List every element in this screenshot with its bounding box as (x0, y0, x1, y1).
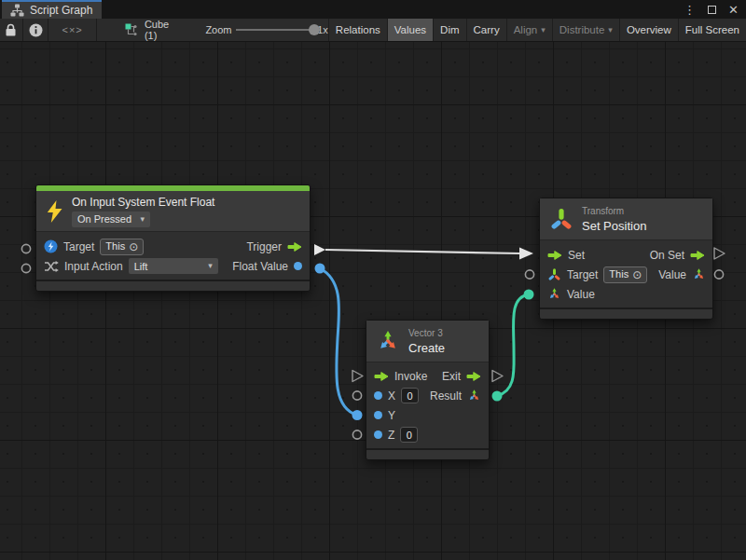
event-target-this-pill[interactable]: This⊙ (100, 239, 144, 255)
vector3-icon (376, 329, 400, 353)
setposition-set-row: Set On Set (540, 245, 712, 265)
x-label: X (388, 389, 395, 403)
input-action-dropdown[interactable]: Lift▾ (129, 258, 218, 274)
value-out-label: Value (658, 268, 686, 281)
vector3-port-icon[interactable] (692, 267, 706, 281)
object-picker-icon: ⊙ (129, 241, 138, 253)
float-port-icon[interactable] (374, 411, 382, 419)
flow-arrow-icon[interactable] (466, 371, 481, 382)
vector3-y-row: Y (366, 405, 489, 425)
z-value-field[interactable]: 0 (400, 427, 418, 443)
vector3-port-icon[interactable] (547, 287, 561, 301)
script-graph-window: Script Graph ⋮ ✕ <×> Cube (1) Zoom 1x Re (0, 0, 746, 560)
float-port-icon[interactable] (374, 430, 382, 439)
target-label: Target (567, 268, 598, 281)
align-dropdown[interactable]: Align▾ (506, 19, 552, 41)
input-action-label: Input Action (64, 260, 123, 273)
input-system-target-icon (44, 239, 58, 253)
chevron-down-icon: ▾ (140, 215, 145, 224)
flow-arrow-icon[interactable] (547, 250, 562, 261)
setposition-category: Transform (582, 206, 646, 216)
event-node-header[interactable]: On Input System Event Float On Pressed▾ (36, 191, 310, 232)
zoom-label: Zoom (205, 24, 231, 35)
vector3-node-header[interactable]: Vector 3 Create (366, 321, 489, 362)
x-value-field[interactable]: 0 (401, 388, 419, 403)
y-label: Y (388, 409, 395, 422)
exit-label: Exit (442, 370, 461, 383)
invoke-label: Invoke (394, 370, 427, 383)
zoom-slider[interactable] (236, 24, 311, 35)
trigger-label: Trigger (246, 240, 282, 253)
code-view-toggle[interactable]: <×> (48, 19, 96, 41)
setposition-target-row: Target This⊙ Value (540, 265, 712, 284)
node-on-input-system-event-float[interactable]: On Input System Event Float On Pressed▾ … (35, 184, 311, 292)
on-set-label: On Set (650, 249, 684, 262)
setposition-value-row: Value (540, 284, 712, 304)
distribute-dropdown[interactable]: Distribute▾ (552, 19, 619, 41)
setposition-target-this-pill[interactable]: This⊙ (603, 266, 647, 283)
window-controls: ⋮ ✕ (684, 0, 739, 19)
vector3-title: Create (408, 341, 445, 355)
event-target-row: Target This⊙ Trigger (36, 237, 310, 256)
info-button[interactable] (23, 19, 49, 41)
vector3-invoke-row: Invoke Exit (366, 366, 489, 386)
setposition-node-header[interactable]: Transform Set Position (540, 198, 712, 240)
node-vector3-create[interactable]: Vector 3 Create Invoke Exit X 0 Result (366, 320, 490, 460)
transform-icon (549, 207, 573, 231)
close-icon[interactable]: ✕ (728, 4, 739, 16)
float-value-label: Float Value (232, 260, 288, 273)
set-label: Set (568, 249, 585, 262)
full-screen-button[interactable]: Full Screen (678, 19, 746, 41)
vector3-category: Vector 3 (408, 328, 445, 338)
values-button[interactable]: Values (387, 19, 433, 41)
flow-arrow-icon[interactable] (374, 371, 389, 382)
input-action-icon (44, 260, 59, 273)
object-picker-icon: ⊙ (632, 269, 642, 280)
z-label: Z (388, 429, 394, 442)
info-icon (29, 23, 43, 37)
overview-button[interactable]: Overview (619, 19, 678, 41)
zoom-slider-track[interactable] (236, 29, 311, 31)
toolbar-buttons: Relations Values Dim Carry Align▾ Distri… (328, 19, 746, 41)
dim-button[interactable]: Dim (433, 19, 465, 41)
float-port-icon[interactable] (294, 262, 302, 270)
lock-icon (5, 23, 17, 37)
carry-button[interactable]: Carry (466, 19, 506, 41)
vector3-port-icon[interactable] (467, 389, 481, 403)
event-input-action-row: Input Action Lift▾ Float Value (36, 256, 310, 276)
vector3-node-footer (366, 448, 489, 459)
maximize-icon[interactable] (708, 6, 716, 14)
result-label: Result (430, 389, 462, 403)
graph-toolbar: <×> Cube (1) Zoom 1x Relations Values Di… (0, 19, 746, 42)
event-mode-dropdown[interactable]: On Pressed▾ (72, 212, 150, 227)
transform-icon (547, 267, 561, 281)
lightning-icon (46, 200, 63, 223)
event-node-title: On Input System Event Float (72, 196, 214, 209)
relations-button[interactable]: Relations (328, 19, 387, 41)
tab-bar: Script Graph ⋮ ✕ (0, 0, 746, 19)
lock-button[interactable] (0, 19, 23, 41)
zoom-slider-handle[interactable] (309, 24, 320, 35)
breadcrumb[interactable]: Cube (1) (125, 19, 180, 41)
chevron-down-icon: ▾ (541, 26, 546, 34)
breadcrumb-label: Cube (1) (145, 19, 180, 41)
value-in-label: Value (567, 288, 595, 301)
tab-title: Script Graph (30, 4, 92, 17)
chevron-down-icon: ▾ (208, 262, 213, 270)
chevron-down-icon: ▾ (608, 26, 613, 34)
vector3-x-row: X 0 Result (366, 386, 489, 405)
setposition-title: Set Position (582, 219, 646, 233)
flow-arrow-icon[interactable] (287, 241, 302, 253)
setposition-node-footer (540, 307, 712, 319)
float-port-icon[interactable] (374, 391, 382, 400)
node-transform-set-position[interactable]: Transform Set Position Set On Set Target… (539, 198, 713, 320)
menu-dots-icon[interactable]: ⋮ (684, 4, 696, 16)
flow-arrow-icon[interactable] (690, 250, 705, 261)
code-view-icon: <×> (62, 24, 83, 35)
graph-hierarchy-icon (10, 4, 24, 17)
event-node-footer (36, 280, 310, 291)
target-label: Target (63, 240, 94, 253)
tab-script-graph[interactable]: Script Graph (2, 0, 102, 19)
script-graph-asset-icon (125, 23, 139, 36)
vector3-z-row: Z 0 (366, 425, 489, 444)
